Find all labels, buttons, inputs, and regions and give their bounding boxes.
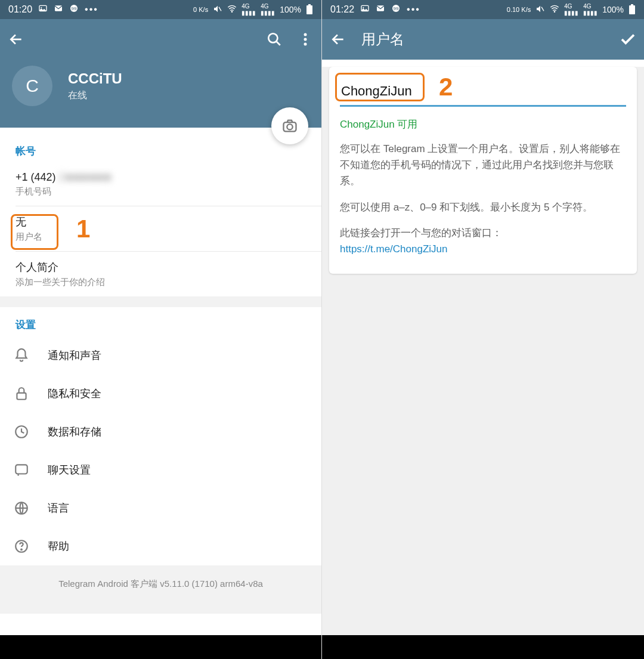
right-content: ChongZiJun 可用 您可以在 Telegram 上设置一个用户名。设置后… [322,67,644,642]
account-section: 帐号 +1 (442) 2■■■■■■ 手机号码 无 用户名 个人简介 添加一些… [0,128,321,296]
svg-point-12 [304,43,307,46]
nav-strip [322,635,644,659]
svg-point-22 [363,7,364,8]
settings-notifications[interactable]: 通知和声音 [0,336,321,375]
profile-link[interactable]: https://t.me/ChongZiJun [340,243,447,255]
settings-item-label: 帮助 [48,539,69,553]
back-button[interactable] [329,30,347,48]
profile-header: C CCCiTU 在线 [0,60,321,128]
net-speed: 0.10 K/s [507,7,531,13]
username-input[interactable] [340,80,626,107]
mute-icon [213,4,222,16]
image-icon [360,4,370,16]
svg-point-10 [304,33,307,36]
more-button[interactable] [296,30,314,48]
username-card: ChongZiJun 可用 您可以在 Telegram 上设置一个用户名。设置后… [329,67,637,274]
avatar[interactable]: C [12,66,52,106]
version-footer: Telegram Android 客户端 v5.11.0 (1710) arm6… [0,565,321,614]
phone-prefix: +1 (442) [16,171,56,183]
username-row[interactable]: 无 用户名 [0,206,321,251]
phone-label: 手机号码 [16,186,306,197]
bio-value: 个人简介 [16,260,306,274]
profile-name: CCCiTU [68,70,122,87]
svg-text:99: 99 [72,6,77,11]
dots-icon: ••• [407,4,420,15]
settings-section-title: 设置 [0,307,321,336]
settings-help[interactable]: 帮助 [0,527,321,565]
bio-row[interactable]: 个人简介 添加一些关于你的介绍 [0,252,321,296]
svg-rect-8 [308,4,311,5]
globe-icon [13,500,30,516]
svg-point-20 [21,549,22,550]
nav-strip [0,635,321,659]
signal-4g-icon-2: 4G▮▮▮▮ [261,3,275,16]
confirm-button[interactable] [619,30,637,48]
statusbar-right: 01:22 99 ••• 0.10 K/s 4G▮▮▮▮ 4G▮▮▮▮ 100% [322,0,644,19]
svg-point-27 [555,11,555,12]
settings-item-label: 数据和存储 [48,425,101,439]
wifi-icon [550,4,559,16]
battery-text: 100% [280,5,301,14]
mail-icon [376,4,385,16]
camera-fab[interactable] [271,107,308,144]
image-icon [38,4,48,16]
username-value: 无 [16,215,306,229]
back-button[interactable] [7,30,25,48]
svg-rect-28 [629,5,635,14]
quote-icon: 99 [391,4,401,16]
settings-item-label: 聊天设置 [48,463,91,477]
statusbar-left: 01:20 99 ••• 0 K/s 4G▮▮▮▮ 4G▮▮▮▮ 100% [0,0,321,19]
bio-label: 添加一些关于你的介绍 [16,277,306,288]
settings-privacy[interactable]: 隐私和安全 [0,375,321,413]
help-text-1: 您可以在 Telegram 上设置一个用户名。设置后，别人将能够在不知道您的手机… [340,141,626,190]
status-time: 01:20 [8,4,32,15]
help-text-3: 此链接会打开一个与您的对话窗口： https://t.me/ChongZiJun [340,225,626,257]
svg-line-26 [541,7,544,11]
signal-4g-icon-2: 4G▮▮▮▮ [583,3,597,16]
username-status: ChongZiJun 可用 [340,117,626,131]
svg-rect-15 [17,393,26,400]
settings-item-label: 通知和声音 [48,348,101,363]
avatar-initial: C [26,76,39,96]
account-section-title: 帐号 [0,134,321,163]
toolbar-title: 用户名 [361,30,404,49]
settings-item-label: 隐私和安全 [48,386,101,401]
settings-section: 设置 通知和声音 隐私和安全 数据和存储 聊天设置 [0,307,321,565]
battery-icon [628,4,636,15]
net-speed: 0 K/s [193,7,208,13]
svg-point-11 [304,38,307,41]
toolbar-left [0,19,321,60]
bell-icon [13,347,30,364]
signal-4g-icon: 4G▮▮▮▮ [564,3,578,16]
svg-rect-7 [306,5,312,14]
signal-4g-icon: 4G▮▮▮▮ [242,3,256,16]
svg-text:99: 99 [394,6,399,11]
lock-icon [13,385,30,402]
mail-icon [54,4,63,16]
battery-icon [306,4,313,15]
search-button[interactable] [265,30,283,48]
svg-point-9 [268,33,277,42]
battery-text: 100% [602,5,624,14]
help-text-2: 您可以使用 a–z、0–9 和下划线。最小长度为 5 个字符。 [340,199,626,215]
svg-point-14 [287,124,292,129]
svg-rect-29 [631,4,633,5]
settings-chat[interactable]: 聊天设置 [0,451,321,489]
quote-icon: 99 [69,4,79,16]
section-gap [0,296,321,307]
status-time: 01:22 [330,4,354,15]
wifi-icon [227,4,237,16]
right-screen: 01:22 99 ••• 0.10 K/s 4G▮▮▮▮ 4G▮▮▮▮ 100% [322,0,644,659]
phone-row[interactable]: +1 (442) 2■■■■■■ 手机号码 [0,163,321,206]
settings-data-storage[interactable]: 数据和存储 [0,413,321,451]
svg-line-5 [219,7,221,11]
mute-icon [535,4,545,16]
chat-icon [13,462,30,478]
toolbar-right: 用户名 [322,19,644,60]
svg-point-6 [232,11,233,12]
dots-icon: ••• [85,4,98,15]
username-label: 用户名 [16,231,306,243]
svg-point-1 [41,7,42,8]
settings-language[interactable]: 语言 [0,489,321,527]
help-icon [13,538,30,555]
